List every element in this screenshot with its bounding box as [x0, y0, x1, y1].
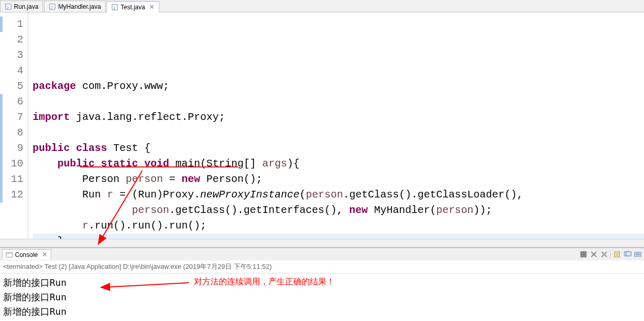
remove-all-terminated-icon[interactable]: [600, 250, 608, 258]
svg-rect-15: [635, 252, 641, 256]
line-number: 7: [0, 110, 23, 125]
line-number: 9: [0, 141, 23, 156]
tab-test-java[interactable]: J Test.java ✕: [107, 1, 159, 12]
code-line[interactable]: r.run().run().run();: [33, 218, 644, 234]
console-tab[interactable]: Console ✕: [2, 249, 51, 259]
code-line[interactable]: import java.lang.reflect.Proxy;: [33, 110, 644, 125]
line-number: 11: [0, 172, 23, 187]
line-number: 12: [0, 187, 23, 203]
separator: [610, 250, 611, 258]
svg-text:J: J: [51, 5, 53, 9]
code-line[interactable]: Person person = new Person();: [33, 172, 644, 187]
line-number: 8: [0, 125, 23, 141]
java-file-icon: J: [49, 3, 56, 10]
console-tab-label: Console: [15, 251, 38, 258]
code-line[interactable]: public static void main(String[] args){: [33, 156, 644, 172]
line-number: 5: [0, 79, 23, 94]
code-line[interactable]: person.getClass().getInterfaces(), new M…: [33, 203, 644, 218]
tab-label: MyHandler.java: [58, 3, 101, 10]
svg-rect-8: [580, 251, 587, 257]
svg-text:J: J: [7, 5, 9, 9]
line-number: 1: [0, 17, 23, 32]
console-header: Console ✕: [0, 248, 644, 261]
svg-rect-14: [626, 252, 631, 256]
code-area[interactable]: package com.Proxy.www;import java.lang.r…: [28, 12, 644, 239]
console-panel: Console ✕ <terminated> Test (2) [Java Ap…: [0, 247, 644, 321]
annotation-underline: [80, 166, 238, 167]
code-editor[interactable]: 123456789101112 package com.Proxy.www;im…: [0, 12, 644, 239]
console-output-line: 新增的接口Run: [3, 304, 641, 319]
tab-run-java[interactable]: J Run.java: [0, 1, 43, 12]
line-number: 4: [0, 63, 23, 79]
code-line[interactable]: [33, 94, 644, 110]
tab-label: Run.java: [14, 3, 38, 10]
code-line[interactable]: [33, 125, 644, 141]
console-output[interactable]: 新增的接口Run新增的接口Run新增的接口Run: [0, 273, 644, 321]
java-file-icon: J: [5, 3, 12, 10]
scroll-lock-icon[interactable]: [613, 250, 621, 258]
remove-all-icon[interactable]: [590, 250, 598, 258]
java-file-icon: J: [111, 4, 118, 11]
code-line[interactable]: }: [33, 234, 644, 239]
svg-text:J: J: [113, 5, 115, 10]
close-icon[interactable]: ✕: [149, 3, 155, 11]
tab-label: Test.java: [121, 4, 145, 11]
editor-tab-bar: J Run.java J MyHandler.java J Test.java …: [0, 0, 644, 12]
display-selected-icon[interactable]: [634, 250, 642, 258]
remove-launch-icon[interactable]: [579, 250, 588, 258]
line-number: 2: [0, 32, 23, 48]
code-line[interactable]: public class Test {: [33, 141, 644, 156]
console-output-line: 新增的接口Run: [3, 276, 641, 290]
close-icon[interactable]: ✕: [42, 251, 48, 258]
console-output-line: 新增的接口Run: [3, 290, 641, 304]
line-number: 6: [0, 94, 23, 110]
console-icon: [6, 251, 13, 258]
line-number: 3: [0, 48, 23, 63]
horizontal-scrollbar[interactable]: [0, 239, 644, 247]
console-status: <terminated> Test (2) [Java Application]…: [0, 261, 644, 273]
code-line[interactable]: Run r = (Run)Proxy.newProxyInstance(pers…: [33, 187, 644, 203]
line-number-gutter: 123456789101112: [0, 12, 28, 239]
code-line[interactable]: package com.Proxy.www;: [33, 79, 644, 94]
console-toolbar: [579, 250, 642, 258]
pin-console-icon[interactable]: [623, 250, 632, 258]
svg-rect-7: [6, 252, 12, 254]
tab-myhandler-java[interactable]: J MyHandler.java: [44, 1, 106, 12]
line-number: 10: [0, 156, 23, 172]
